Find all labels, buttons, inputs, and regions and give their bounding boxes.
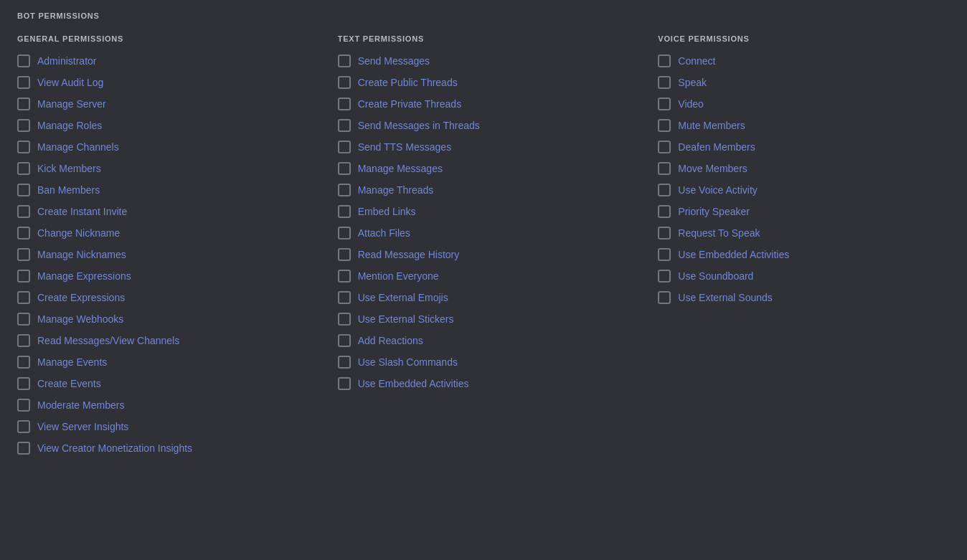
permission-checkbox[interactable] [17,205,30,218]
permission-item[interactable]: Use External Stickers [338,313,630,326]
permission-item[interactable]: Video [658,98,950,110]
permission-item[interactable]: Read Messages/View Channels [17,334,309,347]
permission-item[interactable]: Manage Threads [338,184,630,196]
permission-checkbox[interactable] [17,54,30,67]
permission-checkbox[interactable] [338,98,351,110]
permission-item[interactable]: Send Messages in Threads [338,119,630,132]
permission-item[interactable]: Add Reactions [338,334,630,347]
permission-checkbox[interactable] [17,377,30,390]
permission-item[interactable]: Change Nickname [17,227,309,239]
permission-item[interactable]: Use Embedded Activities [338,377,630,390]
permission-item[interactable]: Use Embedded Activities [658,248,950,261]
permission-item[interactable]: Administrator [17,54,309,67]
permission-item[interactable]: View Creator Monetization Insights [17,442,309,455]
permission-checkbox[interactable] [338,141,351,153]
permission-checkbox[interactable] [338,356,351,369]
permission-checkbox[interactable] [338,248,351,261]
permission-checkbox[interactable] [17,399,30,412]
column-header-text: TEXT PERMISSIONS [338,34,630,43]
permission-checkbox[interactable] [658,184,671,196]
permission-item[interactable]: Manage Messages [338,162,630,175]
permission-checkbox[interactable] [658,98,671,110]
permission-checkbox[interactable] [17,291,30,304]
permission-checkbox[interactable] [17,184,30,196]
permission-label: Moderate Members [37,399,124,411]
permission-checkbox[interactable] [17,442,30,455]
permission-label: Manage Server [37,98,106,110]
permission-checkbox[interactable] [338,184,351,196]
permission-label: Attach Files [358,227,410,239]
permission-item[interactable]: Send Messages [338,54,630,67]
permission-checkbox[interactable] [658,291,671,304]
permission-checkbox[interactable] [17,98,30,110]
permission-item[interactable]: Use External Emojis [338,291,630,304]
permission-item[interactable]: Send TTS Messages [338,141,630,153]
permission-item[interactable]: Create Expressions [17,291,309,304]
permission-item[interactable]: Mention Everyone [338,270,630,283]
permission-checkbox[interactable] [17,119,30,132]
permission-checkbox[interactable] [17,141,30,153]
permission-checkbox[interactable] [658,248,671,261]
permission-checkbox[interactable] [338,205,351,218]
permission-label: Use External Stickers [358,313,454,325]
permission-checkbox[interactable] [338,291,351,304]
permission-checkbox[interactable] [658,54,671,67]
permission-item[interactable]: Use Soundboard [658,270,950,283]
permission-item[interactable]: Create Public Threads [338,76,630,89]
permission-checkbox[interactable] [17,162,30,175]
permission-item[interactable]: Manage Server [17,98,309,110]
permission-item[interactable]: Use Voice Activity [658,184,950,196]
permission-checkbox[interactable] [338,377,351,390]
permission-checkbox[interactable] [17,248,30,261]
permission-checkbox[interactable] [658,205,671,218]
permission-checkbox[interactable] [338,334,351,347]
permission-item[interactable]: Manage Channels [17,141,309,153]
permission-checkbox[interactable] [338,227,351,239]
permission-item[interactable]: Speak [658,76,950,89]
permission-checkbox[interactable] [658,119,671,132]
permission-checkbox[interactable] [17,313,30,326]
permission-item[interactable]: Deafen Members [658,141,950,153]
permission-item[interactable]: Connect [658,54,950,67]
permission-checkbox[interactable] [17,227,30,239]
permission-item[interactable]: Embed Links [338,205,630,218]
permission-item[interactable]: View Server Insights [17,420,309,433]
permission-checkbox[interactable] [658,227,671,239]
permission-item[interactable]: Create Events [17,377,309,390]
permission-checkbox[interactable] [658,270,671,283]
permission-item[interactable]: Use Slash Commands [338,356,630,369]
permission-checkbox[interactable] [338,54,351,67]
permission-item[interactable]: View Audit Log [17,76,309,89]
permission-item[interactable]: Mute Members [658,119,950,132]
permission-item[interactable]: Create Instant Invite [17,205,309,218]
permission-checkbox[interactable] [338,76,351,89]
permission-item[interactable]: Ban Members [17,184,309,196]
permission-checkbox[interactable] [17,356,30,369]
permission-checkbox[interactable] [338,270,351,283]
permission-checkbox[interactable] [17,334,30,347]
permission-checkbox[interactable] [658,76,671,89]
permission-checkbox[interactable] [338,162,351,175]
permission-item[interactable]: Read Message History [338,248,630,261]
permission-item[interactable]: Manage Events [17,356,309,369]
permission-checkbox[interactable] [658,162,671,175]
permission-item[interactable]: Request To Speak [658,227,950,239]
permission-item[interactable]: Manage Expressions [17,270,309,283]
permission-checkbox[interactable] [338,119,351,132]
permission-item[interactable]: Kick Members [17,162,309,175]
permission-item[interactable]: Use External Sounds [658,291,950,304]
permission-label: Create Public Threads [358,77,458,88]
permission-item[interactable]: Manage Nicknames [17,248,309,261]
permission-item[interactable]: Moderate Members [17,399,309,412]
permission-item[interactable]: Move Members [658,162,950,175]
permission-checkbox[interactable] [17,270,30,283]
permission-checkbox[interactable] [17,420,30,433]
permission-item[interactable]: Attach Files [338,227,630,239]
permission-item[interactable]: Manage Webhooks [17,313,309,326]
permission-checkbox[interactable] [338,313,351,326]
permission-item[interactable]: Priority Speaker [658,205,950,218]
permission-checkbox[interactable] [17,76,30,89]
permission-checkbox[interactable] [658,141,671,153]
permission-item[interactable]: Manage Roles [17,119,309,132]
permission-item[interactable]: Create Private Threads [338,98,630,110]
